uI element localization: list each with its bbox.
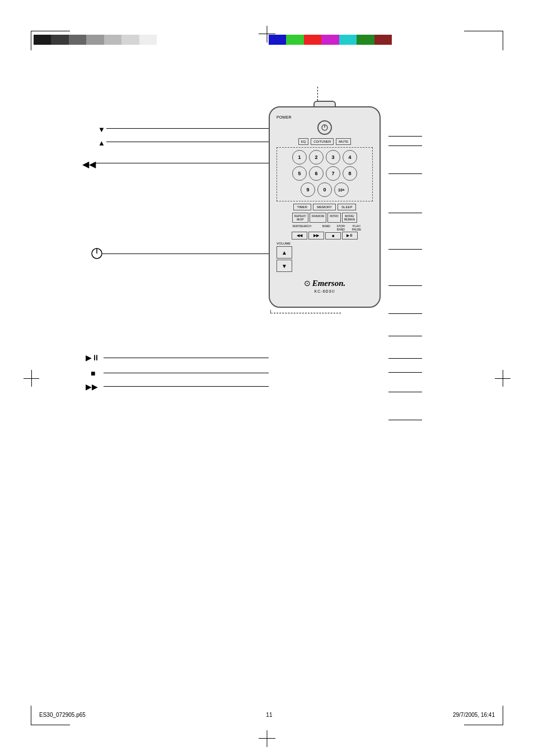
footer-page-number: 11: [266, 712, 272, 718]
line-right-3: [388, 173, 422, 174]
num-10plus-button[interactable]: 10+: [334, 182, 349, 197]
num-row-1: 1 2 3 4: [279, 150, 370, 165]
volume-down-button[interactable]: ▼: [277, 260, 292, 272]
border-corner-br-h: [464, 725, 503, 725]
brand-model: KC-6D3II: [277, 289, 373, 293]
line-right-5: [388, 249, 422, 250]
volume-section: VOLUME ▲ ▼: [277, 242, 373, 272]
vol-up-symbol: ▲: [98, 138, 105, 148]
line-right-10: [388, 372, 422, 373]
cd-tuner-button[interactable]: CD/TUNER: [311, 138, 334, 145]
intro-button[interactable]: INTRO: [327, 213, 341, 223]
border-corner-tr-h: [464, 31, 503, 31]
line-right-7: [388, 313, 422, 314]
line-right-12: [388, 420, 422, 420]
line-next-track: [104, 386, 269, 387]
line-right-9: [388, 358, 422, 359]
line-stop: [104, 373, 269, 373]
num-row-2: 5 6 7 8: [279, 166, 370, 181]
vol-down-symbol: ▼: [98, 124, 105, 134]
num-1-button[interactable]: 1: [292, 150, 307, 165]
play-pause-button[interactable]: ▶⏸: [342, 232, 358, 240]
num-0-button[interactable]: 0: [317, 182, 332, 197]
volume-up-button[interactable]: ▲: [277, 246, 292, 259]
num-3-button[interactable]: 3: [326, 150, 340, 165]
num-8-button[interactable]: 8: [343, 166, 357, 181]
next-track-symbol: ▶▶: [86, 382, 98, 392]
brand-name: Emerson.: [312, 279, 346, 288]
mute-button[interactable]: MUTE: [336, 138, 351, 145]
prev-track-symbol: ◀◀: [82, 159, 96, 170]
memory-button[interactable]: MEMORY: [313, 204, 336, 210]
line-vol-up: [106, 142, 269, 142]
num-4-button[interactable]: 4: [343, 150, 357, 165]
num-2-button[interactable]: 2: [309, 150, 324, 165]
antenna-line: [317, 87, 318, 101]
num-5-button[interactable]: 5: [292, 166, 307, 181]
brand-area: ⊙ Emerson. KC-6D3II: [277, 275, 373, 295]
num-9-button[interactable]: 9: [301, 182, 315, 197]
power-button[interactable]: [317, 120, 332, 135]
line-power: [102, 253, 269, 254]
stop-symbol: ■: [91, 368, 95, 378]
mode-remain-button[interactable]: MODE/REMAIN: [342, 213, 357, 223]
line-right-1: [388, 136, 422, 137]
eq-cdtuner-mute-row: EQ CD/TUNER MUTE: [277, 138, 373, 145]
line-vol-down: [106, 128, 269, 129]
timer-button[interactable]: TIMER: [293, 204, 312, 210]
mode-row: REPEAT/M/UP RANDOM INTRO MODE/REMAIN: [277, 213, 373, 223]
stop-button[interactable]: ■: [325, 232, 341, 240]
line-play-pause: [104, 358, 269, 358]
border-corner-tr-v: [503, 31, 503, 50]
border-corner-tl-v: [31, 31, 31, 50]
line-prev-track: [95, 163, 269, 163]
power-label: POWER: [277, 115, 373, 119]
skip-fwd-button[interactable]: ▶▶: [308, 232, 324, 240]
transport-label-row: SKIP/SEARCH BAND STOP/BAND PLAY/PAUSE: [277, 224, 373, 231]
border-corner-tl-h: [31, 31, 70, 31]
remote-body: POWER EQ CD/TUNER MUTE 1 2 3 4 5: [269, 106, 381, 308]
num-6-button[interactable]: 6: [309, 166, 324, 181]
skip-search-label: SKIP/SEARCH: [285, 224, 318, 231]
skip-back-button[interactable]: ◀◀: [292, 232, 307, 240]
color-bar-right: [269, 35, 392, 45]
line-right-8: [388, 336, 422, 336]
line-right-11: [388, 392, 422, 392]
footer: ES30_072905.p65 11 29/7/2005, 16:41: [0, 712, 534, 718]
volume-controls: ▲ ▼: [277, 246, 373, 272]
power-symbol-left: [90, 246, 104, 263]
repeat-button[interactable]: REPEAT/M/UP: [292, 213, 308, 223]
volume-label: VOLUME: [277, 242, 373, 245]
remote-line-group: [269, 119, 269, 120]
num-7-button[interactable]: 7: [326, 166, 340, 181]
power-section: POWER: [277, 115, 373, 135]
brand-symbol: ⊙: [304, 279, 311, 288]
transport-row: ◀◀ ▶▶ ■ ▶⏸: [277, 232, 373, 240]
timer-memory-sleep-row: TIMER MEMORY SLEEP: [277, 204, 373, 210]
number-section: 1 2 3 4 5 6 7 8 9 0 10+: [277, 147, 373, 201]
footer-filename: ES30_072905.p65: [39, 712, 86, 718]
line-right-2: [388, 145, 422, 146]
footer-date: 29/7/2005, 16:41: [453, 712, 495, 718]
eq-button[interactable]: EQ: [298, 138, 309, 145]
sleep-button[interactable]: SLEEP: [338, 204, 356, 210]
line-right-6: [388, 285, 422, 286]
play-pause-label: PLAY/PAUSE: [349, 224, 364, 231]
remote-control: POWER EQ CD/TUNER MUTE 1 2 3 4 5: [263, 87, 386, 316]
border-corner-bl-h: [31, 725, 70, 725]
band-label: BAND: [320, 224, 333, 231]
stop-band-label: STOP/BAND: [334, 224, 348, 231]
line-right-4: [388, 213, 422, 213]
random-button[interactable]: RANDOM: [310, 213, 326, 223]
bottom-dashed-indicator: └: [269, 310, 386, 316]
num-row-3: 9 0 10+: [279, 182, 370, 197]
play-pause-symbol: ▶⏸: [86, 353, 100, 363]
color-bar-left: [34, 35, 157, 45]
